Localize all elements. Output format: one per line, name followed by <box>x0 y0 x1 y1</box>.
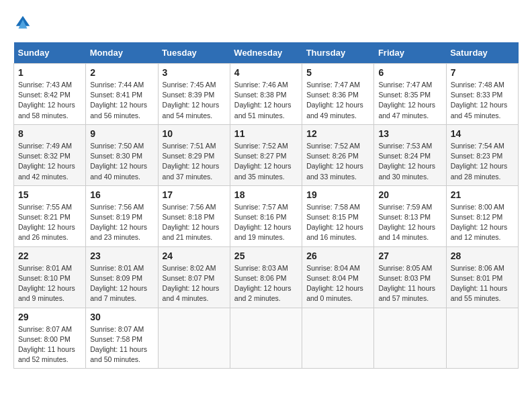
day-info: Sunrise: 7:56 AMSunset: 8:19 PMDaylight:… <box>90 202 153 243</box>
calendar-cell: 12Sunrise: 7:52 AMSunset: 8:26 PMDayligh… <box>302 124 374 185</box>
day-number: 10 <box>163 128 226 139</box>
day-info: Sunrise: 7:47 AMSunset: 8:36 PMDaylight:… <box>306 80 369 121</box>
calendar-cell <box>374 308 446 369</box>
week-row-4: 22Sunrise: 8:01 AMSunset: 8:10 PMDayligh… <box>14 246 519 308</box>
day-info: Sunrise: 8:03 AMSunset: 8:06 PMDaylight:… <box>234 263 298 304</box>
calendar-cell: 26Sunrise: 8:04 AMSunset: 8:04 PMDayligh… <box>302 246 374 308</box>
day-info: Sunrise: 7:49 AMSunset: 8:32 PMDaylight:… <box>18 141 81 182</box>
day-info: Sunrise: 7:46 AMSunset: 8:38 PMDaylight:… <box>234 80 298 121</box>
day-number: 5 <box>306 67 369 78</box>
calendar-cell: 19Sunrise: 7:58 AMSunset: 8:15 PMDayligh… <box>302 185 374 246</box>
day-number: 3 <box>163 67 226 78</box>
day-number: 29 <box>18 312 81 322</box>
calendar-cell: 16Sunrise: 7:56 AMSunset: 8:19 PMDayligh… <box>86 185 158 246</box>
day-info: Sunrise: 8:04 AMSunset: 8:04 PMDaylight:… <box>306 263 369 304</box>
calendar-cell: 9Sunrise: 7:50 AMSunset: 8:30 PMDaylight… <box>86 124 158 185</box>
day-number: 8 <box>18 128 81 139</box>
week-row-1: 1Sunrise: 7:43 AMSunset: 8:42 PMDaylight… <box>14 64 519 125</box>
day-number: 18 <box>234 189 298 200</box>
day-info: Sunrise: 8:01 AMSunset: 8:09 PMDaylight:… <box>90 263 153 304</box>
day-number: 4 <box>234 67 298 78</box>
column-header-wednesday: Wednesday <box>230 42 302 64</box>
day-number: 13 <box>378 128 441 139</box>
calendar-cell: 23Sunrise: 8:01 AMSunset: 8:09 PMDayligh… <box>86 246 158 308</box>
day-info: Sunrise: 7:55 AMSunset: 8:21 PMDaylight:… <box>18 202 81 243</box>
day-number: 26 <box>306 250 369 261</box>
calendar-cell: 24Sunrise: 8:02 AMSunset: 8:07 PMDayligh… <box>158 246 230 308</box>
day-info: Sunrise: 8:07 AMSunset: 8:00 PMDaylight:… <box>18 324 81 365</box>
day-info: Sunrise: 7:58 AMSunset: 8:15 PMDaylight:… <box>306 202 369 243</box>
day-number: 23 <box>90 250 153 261</box>
column-header-tuesday: Tuesday <box>158 42 230 64</box>
day-info: Sunrise: 7:52 AMSunset: 8:26 PMDaylight:… <box>306 141 369 182</box>
day-number: 11 <box>234 128 298 139</box>
day-info: Sunrise: 8:05 AMSunset: 8:03 PMDaylight:… <box>378 263 441 304</box>
column-header-monday: Monday <box>86 42 158 64</box>
day-number: 30 <box>90 312 153 322</box>
calendar-table: SundayMondayTuesdayWednesdayThursdayFrid… <box>13 42 519 369</box>
day-info: Sunrise: 7:45 AMSunset: 8:39 PMDaylight:… <box>163 80 226 121</box>
day-info: Sunrise: 7:51 AMSunset: 8:29 PMDaylight:… <box>163 141 226 182</box>
week-row-3: 15Sunrise: 7:55 AMSunset: 8:21 PMDayligh… <box>14 185 519 246</box>
day-info: Sunrise: 7:54 AMSunset: 8:23 PMDaylight:… <box>451 141 514 182</box>
day-number: 22 <box>18 250 81 261</box>
day-info: Sunrise: 7:43 AMSunset: 8:42 PMDaylight:… <box>18 80 81 121</box>
calendar-cell: 11Sunrise: 7:52 AMSunset: 8:27 PMDayligh… <box>230 124 302 185</box>
day-info: Sunrise: 8:02 AMSunset: 8:07 PMDaylight:… <box>163 263 226 304</box>
calendar-cell <box>158 308 230 369</box>
day-number: 19 <box>306 189 369 200</box>
calendar-cell: 7Sunrise: 7:48 AMSunset: 8:33 PMDaylight… <box>446 64 518 125</box>
day-info: Sunrise: 7:53 AMSunset: 8:24 PMDaylight:… <box>378 141 441 182</box>
calendar-cell: 13Sunrise: 7:53 AMSunset: 8:24 PMDayligh… <box>374 124 446 185</box>
calendar-cell: 6Sunrise: 7:47 AMSunset: 8:35 PMDaylight… <box>374 64 446 125</box>
calendar-cell <box>230 308 302 369</box>
header <box>13 13 519 32</box>
day-info: Sunrise: 7:50 AMSunset: 8:30 PMDaylight:… <box>90 141 153 182</box>
calendar-cell: 15Sunrise: 7:55 AMSunset: 8:21 PMDayligh… <box>14 185 86 246</box>
calendar-cell: 5Sunrise: 7:47 AMSunset: 8:36 PMDaylight… <box>302 64 374 125</box>
day-number: 21 <box>451 189 514 200</box>
calendar-cell: 2Sunrise: 7:44 AMSunset: 8:41 PMDaylight… <box>86 64 158 125</box>
column-header-sunday: Sunday <box>14 42 86 64</box>
day-info: Sunrise: 8:01 AMSunset: 8:10 PMDaylight:… <box>18 263 81 304</box>
column-header-friday: Friday <box>374 42 446 64</box>
calendar-cell: 28Sunrise: 8:06 AMSunset: 8:01 PMDayligh… <box>446 246 518 308</box>
column-header-thursday: Thursday <box>302 42 374 64</box>
day-info: Sunrise: 8:06 AMSunset: 8:01 PMDaylight:… <box>451 263 514 304</box>
day-number: 25 <box>234 250 298 261</box>
header-row: SundayMondayTuesdayWednesdayThursdayFrid… <box>14 42 519 64</box>
week-row-2: 8Sunrise: 7:49 AMSunset: 8:32 PMDaylight… <box>14 124 519 185</box>
calendar-cell <box>302 308 374 369</box>
day-number: 1 <box>18 67 81 78</box>
day-info: Sunrise: 7:59 AMSunset: 8:13 PMDaylight:… <box>378 202 441 243</box>
day-info: Sunrise: 7:47 AMSunset: 8:35 PMDaylight:… <box>378 80 441 121</box>
logo <box>13 13 35 32</box>
day-number: 28 <box>451 250 514 261</box>
day-info: Sunrise: 8:07 AMSunset: 7:58 PMDaylight:… <box>90 324 153 365</box>
day-number: 12 <box>306 128 369 139</box>
day-info: Sunrise: 7:44 AMSunset: 8:41 PMDaylight:… <box>90 80 153 121</box>
day-info: Sunrise: 7:57 AMSunset: 8:16 PMDaylight:… <box>234 202 298 243</box>
day-number: 6 <box>378 67 441 78</box>
day-number: 16 <box>90 189 153 200</box>
calendar-cell: 29Sunrise: 8:07 AMSunset: 8:00 PMDayligh… <box>14 308 86 369</box>
day-number: 14 <box>451 128 514 139</box>
day-number: 9 <box>90 128 153 139</box>
day-number: 27 <box>378 250 441 261</box>
day-number: 15 <box>18 189 81 200</box>
calendar-cell: 1Sunrise: 7:43 AMSunset: 8:42 PMDaylight… <box>14 64 86 125</box>
calendar-cell: 25Sunrise: 8:03 AMSunset: 8:06 PMDayligh… <box>230 246 302 308</box>
calendar-cell: 20Sunrise: 7:59 AMSunset: 8:13 PMDayligh… <box>374 185 446 246</box>
calendar-cell: 14Sunrise: 7:54 AMSunset: 8:23 PMDayligh… <box>446 124 518 185</box>
day-info: Sunrise: 7:52 AMSunset: 8:27 PMDaylight:… <box>234 141 298 182</box>
column-header-saturday: Saturday <box>446 42 518 64</box>
day-number: 2 <box>90 67 153 78</box>
calendar-cell: 3Sunrise: 7:45 AMSunset: 8:39 PMDaylight… <box>158 64 230 125</box>
calendar-cell: 4Sunrise: 7:46 AMSunset: 8:38 PMDaylight… <box>230 64 302 125</box>
day-info: Sunrise: 7:56 AMSunset: 8:18 PMDaylight:… <box>163 202 226 243</box>
day-number: 24 <box>163 250 226 261</box>
calendar-cell: 8Sunrise: 7:49 AMSunset: 8:32 PMDaylight… <box>14 124 86 185</box>
day-number: 7 <box>451 67 514 78</box>
logo-icon <box>13 13 32 32</box>
day-number: 20 <box>378 189 441 200</box>
